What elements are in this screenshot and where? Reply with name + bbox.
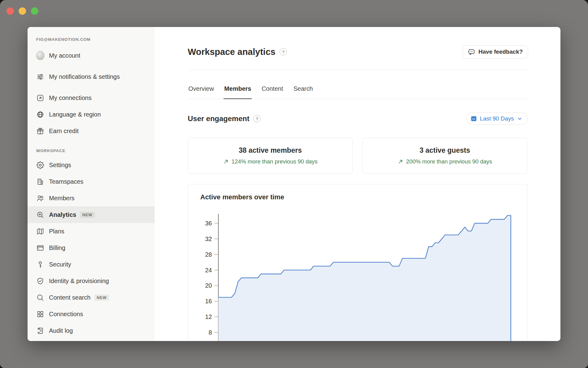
zoom-button[interactable]	[31, 7, 38, 15]
sidebar-item-members[interactable]: Members	[28, 190, 155, 206]
svg-text:16: 16	[205, 298, 212, 305]
analytics-tabs: Overview Members Content Search	[188, 70, 528, 99]
sidebar-item-label: Members	[49, 194, 74, 203]
svg-text:8: 8	[209, 329, 212, 336]
sidebar-item-label: Earn credit	[49, 126, 79, 136]
have-feedback-button[interactable]: Have feedback?	[463, 45, 528, 59]
stat-card-active-guests: 3 active guests 200% more than previous …	[362, 138, 527, 174]
sidebar-item-teamspaces[interactable]: Teamspaces	[28, 173, 155, 190]
svg-text:12: 12	[205, 313, 212, 320]
chevron-down-icon	[517, 116, 523, 122]
globe-icon	[36, 110, 44, 119]
sidebar-item-plans[interactable]: Plans	[28, 223, 155, 240]
sidebar-item-label: My connections	[49, 93, 92, 102]
speech-bubble-icon	[468, 48, 475, 56]
stat-delta-label: 124% more than previous 90 days	[232, 158, 318, 165]
sidebar-item-settings[interactable]: Settings	[28, 157, 155, 173]
sidebar-item-label: Audit log	[49, 326, 73, 335]
sidebar-item-label: My notifications & settings	[49, 72, 127, 81]
sidebar-item-billing[interactable]: Billing	[28, 240, 155, 256]
sidebar-item-label: Language & region	[49, 110, 101, 119]
analytics-main-panel: Workspace analytics ? Have feedback? Ove…	[155, 27, 560, 341]
stat-value: 3 active guests	[420, 146, 470, 155]
feedback-button-label: Have feedback?	[478, 48, 523, 55]
stat-value: 38 active members	[239, 146, 302, 155]
close-button[interactable]	[6, 7, 14, 15]
svg-text:20: 20	[205, 282, 212, 289]
sidebar-item-label: My account	[49, 51, 80, 60]
desktop-background: FIG@MAKENOTION.COM My account My notific…	[0, 0, 588, 368]
section-title-user-engagement: User engagement	[188, 114, 249, 123]
sidebar-item-earn-credit[interactable]: Earn credit	[28, 123, 155, 139]
external-link-icon	[36, 94, 44, 102]
page-title: Workspace analytics	[188, 47, 275, 57]
arrow-up-right-icon	[398, 159, 404, 165]
chart-title: Active members over time	[200, 193, 284, 201]
account-email-label: FIG@MAKENOTION.COM	[36, 37, 146, 42]
sidebar-item-label: Settings	[49, 160, 71, 170]
arrow-up-right-icon	[223, 159, 229, 165]
gear-icon	[36, 161, 44, 169]
sliders-icon	[36, 73, 44, 81]
settings-window: FIG@MAKENOTION.COM My account My notific…	[28, 27, 560, 341]
new-badge: NEW	[80, 212, 95, 218]
avatar	[36, 52, 44, 60]
settings-sidebar: FIG@MAKENOTION.COM My account My notific…	[28, 27, 155, 341]
stat-card-active-members: 38 active members 124% more than previou…	[188, 138, 353, 174]
sidebar-item-analytics[interactable]: Analytics NEW	[28, 206, 155, 223]
sidebar-item-language-region[interactable]: Language & region	[28, 106, 155, 123]
sidebar-item-connections[interactable]: Connections	[28, 306, 155, 322]
help-icon[interactable]: ?	[253, 115, 261, 122]
sidebar-item-label: Analytics	[49, 210, 76, 219]
sidebar-item-label: Content search	[49, 293, 91, 302]
tab-members[interactable]: Members	[224, 85, 252, 99]
new-badge: NEW	[94, 294, 109, 301]
date-range-dropdown[interactable]: Last 90 Days	[466, 113, 528, 125]
help-icon[interactable]: ?	[280, 48, 287, 56]
key-icon	[36, 260, 44, 269]
scroll-icon	[36, 327, 44, 335]
tab-content[interactable]: Content	[261, 85, 284, 99]
active-members-chart-card: Active members over time 363228242016128	[188, 184, 527, 341]
date-range-label: Last 90 Days	[480, 115, 514, 122]
svg-text:24: 24	[205, 267, 212, 274]
building-icon	[36, 178, 44, 186]
stat-delta-label: 200% more than previous 90 days	[406, 158, 492, 165]
window-controls	[6, 7, 38, 15]
active-members-area-chart[interactable]: 363228242016128	[188, 211, 528, 341]
sidebar-item-label: Billing	[49, 243, 65, 252]
analytics-icon	[36, 211, 44, 219]
sidebar-item-audit-log[interactable]: Audit log	[28, 322, 155, 339]
sidebar-item-my-account[interactable]: My account	[28, 47, 155, 64]
sidebar-item-label: Teamspaces	[49, 177, 83, 186]
sidebar-item-label: Connections	[49, 309, 83, 319]
workspace-section-label: WORKSPACE	[36, 148, 146, 153]
sidebar-item-content-search[interactable]: Content search NEW	[28, 289, 155, 306]
search-icon	[36, 293, 44, 302]
map-icon	[36, 227, 44, 236]
sidebar-item-my-connections[interactable]: My connections	[28, 90, 155, 106]
calendar-icon	[470, 115, 477, 122]
minimize-button[interactable]	[19, 7, 26, 15]
svg-text:28: 28	[205, 251, 212, 258]
grid-icon	[36, 310, 44, 318]
members-icon	[36, 194, 44, 202]
sidebar-item-identity-provisioning[interactable]: Identity & provisioning	[28, 273, 155, 289]
shield-check-icon	[36, 277, 44, 285]
tab-search[interactable]: Search	[293, 85, 313, 99]
svg-text:32: 32	[205, 236, 212, 242]
sidebar-item-security[interactable]: Security	[28, 256, 155, 273]
sidebar-item-my-notifications-settings[interactable]: My notifications & settings	[28, 64, 155, 90]
sidebar-item-label: Plans	[49, 227, 64, 236]
tab-overview[interactable]: Overview	[188, 85, 214, 99]
gift-icon	[36, 127, 44, 135]
sidebar-item-label: Identity & provisioning	[49, 276, 109, 286]
credit-card-icon	[36, 244, 44, 252]
svg-text:36: 36	[205, 220, 212, 227]
sidebar-item-label: Security	[49, 260, 71, 269]
